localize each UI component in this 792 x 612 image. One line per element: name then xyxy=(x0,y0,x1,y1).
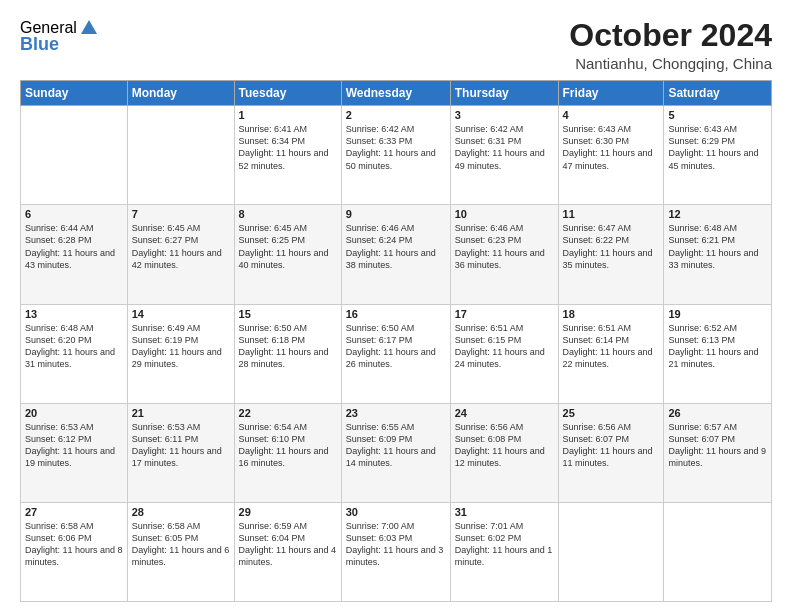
calendar-day-17: 17Sunrise: 6:51 AM Sunset: 6:15 PM Dayli… xyxy=(450,304,558,403)
calendar-day-10: 10Sunrise: 6:46 AM Sunset: 6:23 PM Dayli… xyxy=(450,205,558,304)
day-info: Sunrise: 6:49 AM Sunset: 6:19 PM Dayligh… xyxy=(132,322,230,371)
day-number: 18 xyxy=(563,308,660,320)
calendar-week-row: 1Sunrise: 6:41 AM Sunset: 6:34 PM Daylig… xyxy=(21,106,772,205)
weekday-header-wednesday: Wednesday xyxy=(341,81,450,106)
calendar-day-5: 5Sunrise: 6:43 AM Sunset: 6:29 PM Daylig… xyxy=(664,106,772,205)
day-number: 12 xyxy=(668,208,767,220)
day-number: 4 xyxy=(563,109,660,121)
day-number: 13 xyxy=(25,308,123,320)
calendar-day-7: 7Sunrise: 6:45 AM Sunset: 6:27 PM Daylig… xyxy=(127,205,234,304)
calendar-empty-cell xyxy=(664,502,772,601)
day-number: 25 xyxy=(563,407,660,419)
day-info: Sunrise: 6:59 AM Sunset: 6:04 PM Dayligh… xyxy=(239,520,337,569)
day-number: 29 xyxy=(239,506,337,518)
day-info: Sunrise: 6:48 AM Sunset: 6:20 PM Dayligh… xyxy=(25,322,123,371)
calendar-day-26: 26Sunrise: 6:57 AM Sunset: 6:07 PM Dayli… xyxy=(664,403,772,502)
day-info: Sunrise: 6:44 AM Sunset: 6:28 PM Dayligh… xyxy=(25,222,123,271)
day-number: 22 xyxy=(239,407,337,419)
day-number: 5 xyxy=(668,109,767,121)
day-info: Sunrise: 6:46 AM Sunset: 6:24 PM Dayligh… xyxy=(346,222,446,271)
calendar-day-28: 28Sunrise: 6:58 AM Sunset: 6:05 PM Dayli… xyxy=(127,502,234,601)
day-number: 23 xyxy=(346,407,446,419)
day-info: Sunrise: 6:58 AM Sunset: 6:05 PM Dayligh… xyxy=(132,520,230,569)
day-info: Sunrise: 6:42 AM Sunset: 6:31 PM Dayligh… xyxy=(455,123,554,172)
day-info: Sunrise: 6:53 AM Sunset: 6:12 PM Dayligh… xyxy=(25,421,123,470)
day-number: 30 xyxy=(346,506,446,518)
calendar-day-15: 15Sunrise: 6:50 AM Sunset: 6:18 PM Dayli… xyxy=(234,304,341,403)
calendar-day-13: 13Sunrise: 6:48 AM Sunset: 6:20 PM Dayli… xyxy=(21,304,128,403)
weekday-header-saturday: Saturday xyxy=(664,81,772,106)
header: General Blue October 2024 Nantianhu, Cho… xyxy=(20,18,772,72)
calendar-day-25: 25Sunrise: 6:56 AM Sunset: 6:07 PM Dayli… xyxy=(558,403,664,502)
calendar-day-27: 27Sunrise: 6:58 AM Sunset: 6:06 PM Dayli… xyxy=(21,502,128,601)
day-number: 14 xyxy=(132,308,230,320)
day-number: 19 xyxy=(668,308,767,320)
day-info: Sunrise: 6:50 AM Sunset: 6:18 PM Dayligh… xyxy=(239,322,337,371)
logo: General Blue xyxy=(20,18,99,55)
day-info: Sunrise: 6:42 AM Sunset: 6:33 PM Dayligh… xyxy=(346,123,446,172)
day-info: Sunrise: 6:56 AM Sunset: 6:08 PM Dayligh… xyxy=(455,421,554,470)
calendar-day-24: 24Sunrise: 6:56 AM Sunset: 6:08 PM Dayli… xyxy=(450,403,558,502)
day-number: 6 xyxy=(25,208,123,220)
calendar-header-row: SundayMondayTuesdayWednesdayThursdayFrid… xyxy=(21,81,772,106)
day-number: 15 xyxy=(239,308,337,320)
day-number: 24 xyxy=(455,407,554,419)
calendar-day-6: 6Sunrise: 6:44 AM Sunset: 6:28 PM Daylig… xyxy=(21,205,128,304)
logo-icon xyxy=(79,18,99,38)
day-info: Sunrise: 6:46 AM Sunset: 6:23 PM Dayligh… xyxy=(455,222,554,271)
weekday-header-friday: Friday xyxy=(558,81,664,106)
weekday-header-tuesday: Tuesday xyxy=(234,81,341,106)
day-info: Sunrise: 6:48 AM Sunset: 6:21 PM Dayligh… xyxy=(668,222,767,271)
location: Nantianhu, Chongqing, China xyxy=(569,55,772,72)
day-number: 26 xyxy=(668,407,767,419)
day-info: Sunrise: 6:53 AM Sunset: 6:11 PM Dayligh… xyxy=(132,421,230,470)
calendar-day-9: 9Sunrise: 6:46 AM Sunset: 6:24 PM Daylig… xyxy=(341,205,450,304)
day-info: Sunrise: 6:57 AM Sunset: 6:07 PM Dayligh… xyxy=(668,421,767,470)
calendar-day-11: 11Sunrise: 6:47 AM Sunset: 6:22 PM Dayli… xyxy=(558,205,664,304)
calendar-day-30: 30Sunrise: 7:00 AM Sunset: 6:03 PM Dayli… xyxy=(341,502,450,601)
day-number: 9 xyxy=(346,208,446,220)
day-number: 2 xyxy=(346,109,446,121)
day-number: 7 xyxy=(132,208,230,220)
day-info: Sunrise: 6:56 AM Sunset: 6:07 PM Dayligh… xyxy=(563,421,660,470)
day-number: 8 xyxy=(239,208,337,220)
calendar-empty-cell xyxy=(21,106,128,205)
calendar-day-14: 14Sunrise: 6:49 AM Sunset: 6:19 PM Dayli… xyxy=(127,304,234,403)
day-number: 11 xyxy=(563,208,660,220)
calendar-day-21: 21Sunrise: 6:53 AM Sunset: 6:11 PM Dayli… xyxy=(127,403,234,502)
day-number: 27 xyxy=(25,506,123,518)
day-number: 31 xyxy=(455,506,554,518)
calendar-week-row: 20Sunrise: 6:53 AM Sunset: 6:12 PM Dayli… xyxy=(21,403,772,502)
day-info: Sunrise: 6:45 AM Sunset: 6:27 PM Dayligh… xyxy=(132,222,230,271)
day-info: Sunrise: 6:51 AM Sunset: 6:14 PM Dayligh… xyxy=(563,322,660,371)
page: General Blue October 2024 Nantianhu, Cho… xyxy=(0,0,792,612)
day-info: Sunrise: 6:51 AM Sunset: 6:15 PM Dayligh… xyxy=(455,322,554,371)
day-info: Sunrise: 6:52 AM Sunset: 6:13 PM Dayligh… xyxy=(668,322,767,371)
day-info: Sunrise: 6:41 AM Sunset: 6:34 PM Dayligh… xyxy=(239,123,337,172)
weekday-header-monday: Monday xyxy=(127,81,234,106)
calendar-day-12: 12Sunrise: 6:48 AM Sunset: 6:21 PM Dayli… xyxy=(664,205,772,304)
calendar-day-4: 4Sunrise: 6:43 AM Sunset: 6:30 PM Daylig… xyxy=(558,106,664,205)
day-info: Sunrise: 6:43 AM Sunset: 6:30 PM Dayligh… xyxy=(563,123,660,172)
day-number: 17 xyxy=(455,308,554,320)
logo-blue: Blue xyxy=(20,34,59,55)
calendar-empty-cell xyxy=(127,106,234,205)
day-info: Sunrise: 6:47 AM Sunset: 6:22 PM Dayligh… xyxy=(563,222,660,271)
month-title: October 2024 xyxy=(569,18,772,53)
day-number: 21 xyxy=(132,407,230,419)
calendar-week-row: 13Sunrise: 6:48 AM Sunset: 6:20 PM Dayli… xyxy=(21,304,772,403)
day-info: Sunrise: 6:58 AM Sunset: 6:06 PM Dayligh… xyxy=(25,520,123,569)
calendar-day-16: 16Sunrise: 6:50 AM Sunset: 6:17 PM Dayli… xyxy=(341,304,450,403)
weekday-header-thursday: Thursday xyxy=(450,81,558,106)
day-number: 16 xyxy=(346,308,446,320)
day-info: Sunrise: 7:00 AM Sunset: 6:03 PM Dayligh… xyxy=(346,520,446,569)
day-info: Sunrise: 6:45 AM Sunset: 6:25 PM Dayligh… xyxy=(239,222,337,271)
calendar-table: SundayMondayTuesdayWednesdayThursdayFrid… xyxy=(20,80,772,602)
calendar-week-row: 27Sunrise: 6:58 AM Sunset: 6:06 PM Dayli… xyxy=(21,502,772,601)
weekday-header-sunday: Sunday xyxy=(21,81,128,106)
calendar-day-19: 19Sunrise: 6:52 AM Sunset: 6:13 PM Dayli… xyxy=(664,304,772,403)
calendar-day-22: 22Sunrise: 6:54 AM Sunset: 6:10 PM Dayli… xyxy=(234,403,341,502)
day-info: Sunrise: 7:01 AM Sunset: 6:02 PM Dayligh… xyxy=(455,520,554,569)
calendar-empty-cell xyxy=(558,502,664,601)
day-number: 1 xyxy=(239,109,337,121)
